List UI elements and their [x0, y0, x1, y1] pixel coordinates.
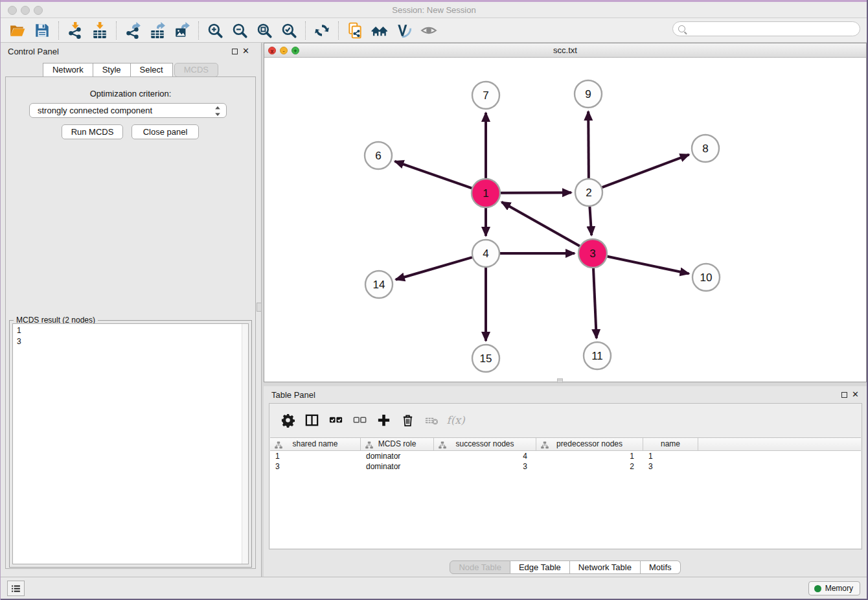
node-label-3: 3	[589, 248, 595, 260]
open-session-button[interactable]	[5, 21, 30, 40]
node-label-8: 8	[702, 143, 708, 155]
edge-1-6[interactable]	[394, 161, 472, 189]
close-panel-icon[interactable]: ✕	[242, 46, 249, 56]
import-table-button[interactable]	[87, 21, 112, 40]
result-scrollbar[interactable]	[242, 324, 248, 564]
close-table-panel-icon[interactable]: ✕	[852, 389, 859, 399]
edge-2-8[interactable]	[602, 155, 689, 188]
column-label: successor nodes	[455, 439, 514, 448]
edge-2-9[interactable]	[588, 111, 589, 178]
split-pane-grip[interactable]	[257, 303, 262, 312]
edge-1-2[interactable]	[501, 192, 571, 193]
toggle-columns-icon	[304, 413, 319, 428]
export-network-icon	[124, 22, 141, 39]
refresh-icon	[314, 22, 330, 39]
houses-icon	[371, 22, 388, 39]
column-header-shared-name[interactable]: shared name	[270, 438, 361, 450]
select-all-button[interactable]	[324, 410, 348, 430]
float-table-panel-icon[interactable]	[841, 392, 847, 398]
list-icon	[10, 583, 21, 594]
search-input[interactable]	[685, 25, 860, 34]
tab-network-table[interactable]: Network Table	[570, 560, 641, 574]
export-table-icon	[149, 22, 166, 39]
show-graphics-details-button[interactable]	[417, 21, 441, 40]
edge-3-10[interactable]	[608, 257, 689, 274]
delete-rows-icon	[400, 413, 415, 428]
table-row[interactable]: 1dominator411	[270, 451, 861, 461]
control-panel-title: Control Panel	[8, 47, 59, 56]
memory-status-icon	[814, 585, 821, 592]
task-history-button[interactable]	[7, 581, 25, 596]
column-header-MCDS-role[interactable]: MCDS role	[361, 438, 434, 450]
toolbar-separator	[198, 21, 199, 40]
settings-gear-icon	[280, 413, 295, 428]
node-label-6: 6	[375, 150, 381, 162]
cell-shared-name: 1	[270, 451, 361, 461]
app-titlebar: Session: New Session	[0, 2, 868, 18]
tab-style[interactable]: Style	[93, 63, 131, 77]
toolbar-separator	[116, 21, 117, 40]
mcds-result-text[interactable]: 13	[12, 323, 249, 564]
tab-network[interactable]: Network	[43, 63, 93, 77]
network-resize-grip[interactable]	[557, 378, 563, 383]
cell-successor-nodes: 3	[434, 461, 536, 472]
save-session-button[interactable]	[30, 21, 54, 40]
import-network-button[interactable]	[63, 21, 87, 40]
select-all-icon	[328, 413, 343, 428]
table-panel: Table Panel ✕ f(x) shared nameMCDS roles…	[264, 386, 867, 577]
export-network-button[interactable]	[120, 21, 145, 40]
export-image-button[interactable]	[170, 21, 194, 40]
add-row-button[interactable]	[372, 410, 396, 430]
vizmapper-button[interactable]	[392, 21, 417, 40]
mcds-tab-content: Optimization criterion: strongly connect…	[5, 76, 256, 569]
refresh-button[interactable]	[310, 21, 334, 40]
zoom-out-button[interactable]	[227, 21, 252, 40]
edge-3-11[interactable]	[593, 268, 597, 338]
zoom-in-button[interactable]	[203, 21, 227, 40]
cell-MCDS-role: dominator	[361, 451, 434, 461]
function-builder-button: f(x)	[444, 410, 468, 430]
control-panel: Control Panel ✕ NetworkStyleSelectMCDS O…	[0, 43, 262, 577]
settings-gear-button[interactable]	[276, 410, 300, 430]
column-label: shared name	[292, 439, 337, 448]
open-session-icon	[9, 22, 26, 39]
new-network-from-selection-button[interactable]	[343, 21, 367, 40]
toggle-columns-button[interactable]	[300, 410, 324, 430]
network-canvas[interactable]: 7968124314101511	[264, 58, 866, 382]
zoom-selected-button[interactable]	[277, 21, 301, 40]
column-label: MCDS role	[378, 439, 417, 448]
criterion-select[interactable]: strongly connected component	[29, 103, 227, 118]
close-panel-button[interactable]: Close panel	[131, 124, 199, 139]
new-network-from-selection-icon	[347, 22, 363, 39]
zoom-fit-button[interactable]	[252, 21, 277, 40]
table-row[interactable]: 3dominator323	[270, 461, 861, 472]
column-header-successor-nodes[interactable]: successor nodes	[434, 438, 536, 450]
run-mcds-button[interactable]: Run MCDS	[62, 124, 123, 139]
node-table-container: f(x) shared nameMCDS rolesuccessor nodes…	[269, 403, 862, 549]
column-header-name[interactable]: name	[643, 438, 698, 450]
delete-table-button	[420, 410, 444, 430]
column-header-predecessor-nodes[interactable]: predecessor nodes	[536, 438, 643, 450]
edge-3-1[interactable]	[501, 202, 580, 246]
float-panel-icon[interactable]	[232, 49, 238, 54]
function-builder-icon: f(x)	[445, 413, 467, 428]
export-table-button[interactable]	[145, 21, 170, 40]
delete-rows-button[interactable]	[396, 410, 420, 430]
houses-button[interactable]	[367, 21, 392, 40]
memory-button[interactable]: Memory	[808, 581, 860, 595]
edge-2-3[interactable]	[589, 207, 591, 235]
deselect-all-button[interactable]	[348, 410, 372, 430]
svg-text:f(x): f(x)	[446, 414, 465, 426]
delete-table-icon	[424, 413, 439, 428]
toolbar-separator	[58, 21, 59, 40]
edge-4-14[interactable]	[396, 257, 472, 279]
tab-select[interactable]: Select	[131, 63, 173, 77]
tab-mcds[interactable]: MCDS	[174, 63, 218, 77]
zoom-selected-icon	[280, 22, 297, 39]
tab-edge-table[interactable]: Edge Table	[510, 560, 570, 574]
add-row-icon	[376, 413, 391, 428]
node-label-7: 7	[483, 89, 488, 102]
tab-node-table[interactable]: Node Table	[450, 560, 510, 574]
network-window-titlebar[interactable]: x - + scc.txt	[264, 43, 866, 58]
tab-motifs[interactable]: Motifs	[641, 560, 681, 574]
